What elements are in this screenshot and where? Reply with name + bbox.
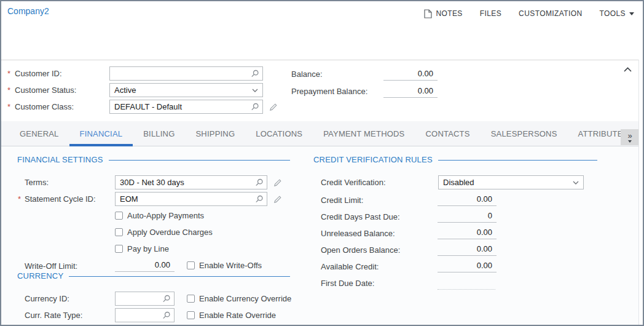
- pay-by-line-label: Pay by Line: [127, 244, 169, 253]
- statement-cycle-input[interactable]: [116, 194, 252, 204]
- unreleased-balance-label: Unreleased Balance:: [321, 229, 395, 238]
- curr-rate-type-lookup: [115, 308, 175, 322]
- available-credit-value: 0.00: [438, 260, 497, 272]
- currency-id-input[interactable]: [116, 294, 159, 303]
- open-orders-balance-label: Open Orders Balance:: [321, 245, 400, 255]
- credit-limit-row: Credit Limit: 0.00: [308, 193, 603, 207]
- tab-financial[interactable]: FINANCIAL: [69, 121, 133, 146]
- company-breadcrumb-link[interactable]: Company2: [7, 6, 49, 16]
- top-header: Company2 NOTES FILES CUSTOMIZATION TOOLS: [1, 1, 643, 60]
- tab-salespersons[interactable]: SALESPERSONS: [481, 121, 568, 146]
- edit-pencil-icon[interactable]: [268, 101, 279, 113]
- enable-rate-override-checkbox[interactable]: Enable Rate Override: [187, 311, 276, 320]
- curr-rate-type-row: Curr. Rate Type: Enable Rate Override: [1, 308, 308, 322]
- note-icon: [424, 9, 432, 18]
- search-icon[interactable]: [159, 292, 174, 305]
- credit-days-past-due-label: Credit Days Past Due:: [321, 212, 400, 221]
- tab-overflow-button[interactable]: »: [621, 129, 639, 145]
- required-marker: *: [7, 69, 10, 78]
- customer-status-value: Active: [110, 85, 248, 95]
- apply-overdue-charges-label: Apply Overdue Charges: [127, 228, 213, 237]
- credit-limit-label: Credit Limit:: [321, 196, 363, 205]
- credit-verification-rules-title: CREDIT VERIFICATION RULES: [313, 155, 433, 164]
- write-off-limit-value[interactable]: 0.00: [115, 259, 175, 272]
- open-orders-balance-row: Open Orders Balance: 0.00: [308, 243, 603, 257]
- chevron-down-icon[interactable]: [248, 84, 262, 97]
- customization-button[interactable]: CUSTOMIZATION: [519, 9, 582, 18]
- required-marker: *: [7, 102, 10, 111]
- financial-settings-title: FINANCIAL SETTINGS: [17, 155, 103, 164]
- customers-form-window: Company2 NOTES FILES CUSTOMIZATION TOOLS…: [0, 0, 644, 326]
- vertical-scrollbar-track[interactable]: [638, 60, 643, 325]
- required-marker: *: [18, 194, 21, 204]
- available-credit-row: Available Credit: 0.00: [308, 260, 603, 274]
- tab-payment-methods[interactable]: PAYMENT METHODS: [313, 121, 415, 146]
- credit-verification-select[interactable]: Disabled: [438, 175, 584, 189]
- write-off-limit-label: Write-Off Limit:: [25, 261, 77, 271]
- search-icon[interactable]: [159, 309, 174, 322]
- caret-down-icon: [629, 12, 634, 15]
- credit-days-past-due-value[interactable]: 0: [438, 210, 497, 223]
- currency-id-label: Currency ID:: [25, 294, 69, 303]
- enable-rate-override-label: Enable Rate Override: [199, 311, 276, 320]
- terms-input[interactable]: [116, 178, 252, 187]
- statement-cycle-row: * Statement Cycle ID:: [1, 192, 308, 206]
- search-icon[interactable]: [252, 193, 267, 205]
- curr-rate-type-label: Curr. Rate Type:: [25, 311, 82, 320]
- credit-verification-label: Credit Verification:: [321, 178, 386, 187]
- tools-menu-button[interactable]: TOOLS: [600, 9, 634, 18]
- financial-settings-section-header: FINANCIAL SETTINGS: [17, 155, 290, 164]
- open-orders-balance-value: 0.00: [438, 243, 497, 256]
- auto-apply-payments-label: Auto-Apply Payments: [127, 211, 204, 220]
- tab-general[interactable]: GENERAL: [9, 121, 69, 146]
- customer-id-row: * Customer ID:: [1, 66, 290, 81]
- credit-verification-value: Disabled: [439, 178, 568, 187]
- prepayment-balance-value: 0.00: [383, 85, 438, 98]
- enable-currency-override-checkbox[interactable]: Enable Currency Override: [187, 294, 291, 303]
- credit-verification-row: Credit Verification: Disabled: [308, 175, 603, 189]
- collapse-panel-button[interactable]: [621, 65, 634, 74]
- edit-pencil-icon[interactable]: [272, 194, 283, 205]
- balance-value: 0.00: [383, 68, 438, 81]
- auto-apply-payments-checkbox[interactable]: Auto-Apply Payments: [115, 211, 204, 220]
- customization-label: CUSTOMIZATION: [519, 9, 582, 18]
- currency-id-row: Currency ID: Enable Currency Override: [1, 292, 308, 306]
- curr-rate-type-input[interactable]: [116, 311, 159, 320]
- search-icon[interactable]: [248, 100, 262, 113]
- search-icon[interactable]: [248, 67, 262, 80]
- overflow-chevrons: »: [627, 132, 632, 140]
- customer-id-input[interactable]: [110, 69, 248, 78]
- pay-by-line-checkbox[interactable]: Pay by Line: [115, 244, 169, 253]
- tab-locations[interactable]: LOCATIONS: [245, 121, 313, 146]
- chevron-down-icon[interactable]: [568, 176, 583, 189]
- credit-limit-value[interactable]: 0.00: [438, 193, 497, 206]
- credit-verification-rules-section-header: CREDIT VERIFICATION RULES: [313, 155, 597, 164]
- prepayment-balance-row: Prepayment Balance: 0.00: [290, 85, 468, 98]
- customer-status-select[interactable]: Active: [109, 83, 263, 97]
- apply-overdue-charges-checkbox[interactable]: Apply Overdue Charges: [115, 228, 213, 237]
- first-due-date-value: [438, 276, 495, 290]
- currency-id-lookup: [115, 292, 175, 306]
- checkbox-icon: [115, 212, 123, 220]
- edit-pencil-icon[interactable]: [272, 177, 283, 188]
- checkbox-icon: [187, 261, 195, 269]
- files-label: FILES: [480, 9, 501, 18]
- unreleased-balance-value: 0.00: [438, 226, 497, 239]
- customer-class-label: Customer Class:: [15, 102, 74, 111]
- tools-label: TOOLS: [600, 9, 626, 18]
- checkbox-icon: [115, 228, 123, 236]
- tab-shipping[interactable]: SHIPPING: [186, 121, 246, 146]
- financial-tab-content: FINANCIAL SETTINGS Terms: * Statement Cy…: [1, 146, 643, 325]
- tab-contacts[interactable]: CONTACTS: [415, 121, 481, 146]
- tab-billing[interactable]: BILLING: [133, 121, 185, 146]
- checkbox-icon: [115, 245, 123, 253]
- enable-write-offs-checkbox[interactable]: Enable Write-Offs: [187, 261, 262, 270]
- currency-section-header: CURRENCY: [17, 271, 290, 280]
- customer-status-row: * Customer Status: Active: [1, 83, 290, 97]
- notes-button[interactable]: NOTES: [424, 9, 462, 18]
- customer-class-input[interactable]: [110, 102, 248, 111]
- files-button[interactable]: FILES: [480, 9, 501, 18]
- search-icon[interactable]: [252, 176, 267, 189]
- customer-id-lookup: [109, 66, 263, 81]
- available-credit-label: Available Credit:: [321, 262, 379, 271]
